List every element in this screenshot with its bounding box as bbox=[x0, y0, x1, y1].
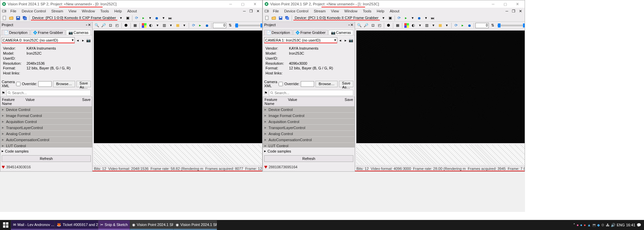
tray-time[interactable]: 16:41 bbox=[626, 223, 635, 227]
taskbar-snip[interactable]: ✂Snip & Sketch bbox=[98, 220, 130, 230]
range-slider[interactable] bbox=[497, 25, 525, 26]
panel-float-icon[interactable]: ▫ bbox=[86, 23, 87, 27]
device-dropdown-icon[interactable]: ▾ bbox=[118, 15, 124, 21]
browse-button[interactable]: Browse… bbox=[315, 81, 338, 87]
code-samples-expander[interactable]: ▸Code samples bbox=[0, 148, 92, 155]
feature-row[interactable]: ▸TransportLayerControl bbox=[1, 125, 92, 131]
feature-row[interactable]: ▸Device Control bbox=[1, 107, 92, 113]
open-icon[interactable] bbox=[271, 15, 277, 21]
refresh-button[interactable]: Refresh bbox=[2, 155, 91, 162]
range-lo-input[interactable] bbox=[213, 23, 226, 28]
next-camera-button[interactable]: ▸ bbox=[343, 38, 348, 43]
menu-file[interactable]: File bbox=[270, 9, 282, 13]
zoom-in-icon[interactable]: 🔍 bbox=[356, 22, 362, 28]
feature-list[interactable]: ▸Device Control ▸Image Format Control ▸A… bbox=[263, 107, 355, 148]
close-button[interactable]: ✕ bbox=[249, 1, 261, 7]
camera-ctrl-icon[interactable]: ▣ bbox=[125, 15, 131, 21]
record-dd-icon[interactable]: ▾ bbox=[161, 15, 167, 21]
titlebar[interactable]: Vision Point 2024.1 SP 2, Project: <New … bbox=[263, 0, 525, 8]
tab-frame-grabber[interactable]: 💠Frame Grabber bbox=[293, 30, 328, 35]
tray-icon[interactable]: ● bbox=[584, 223, 586, 227]
taskbar-mail[interactable]: ✉Mail - Lev Andronov ... bbox=[11, 220, 54, 230]
play2-icon[interactable]: ▸ bbox=[460, 22, 466, 28]
menu-view[interactable]: View bbox=[66, 9, 79, 13]
device-dropdown-icon[interactable]: ▾ bbox=[380, 15, 387, 21]
camera-select[interactable]: CAMERA 1: Iron253C (no userID)▾ bbox=[264, 37, 337, 43]
zoom-fit-icon[interactable]: ⊡ bbox=[370, 22, 376, 28]
tray-icon[interactable]: ● bbox=[577, 223, 579, 227]
code-samples-expander[interactable]: ▸Code samples bbox=[263, 148, 355, 155]
saveas-button[interactable]: Save As… bbox=[76, 81, 91, 87]
grid2-icon[interactable]: ▦ bbox=[175, 22, 181, 28]
grid2-icon[interactable]: ▦ bbox=[437, 22, 443, 28]
menu-device-control[interactable]: Device Control bbox=[19, 9, 49, 13]
maximize-button[interactable]: ▢ bbox=[237, 1, 249, 7]
connect-icon[interactable]: ⟳ bbox=[190, 22, 196, 28]
override-checkbox[interactable] bbox=[16, 82, 20, 86]
prev-camera-button[interactable]: ◂ bbox=[75, 38, 80, 43]
new-icon[interactable] bbox=[2, 15, 8, 21]
feature-row[interactable]: ▸Acquisition Control bbox=[1, 119, 92, 125]
camera-action-icon[interactable]: 📷 bbox=[86, 38, 91, 43]
start-button[interactable] bbox=[1, 222, 11, 228]
titlebar[interactable]: Vision Point 2024.1 SP 2, Project: <New … bbox=[0, 0, 262, 8]
feature-row[interactable]: ▸Image Format Control bbox=[263, 113, 354, 119]
maximize-button[interactable]: ▢ bbox=[499, 1, 511, 7]
menu-file[interactable]: File bbox=[8, 9, 19, 13]
play2-icon[interactable]: ▸ bbox=[197, 22, 203, 28]
panel-float-icon[interactable]: ▫ bbox=[348, 23, 350, 27]
image-display[interactable] bbox=[356, 31, 525, 143]
menu-help[interactable]: Help bbox=[112, 9, 125, 13]
filter-icon[interactable]: ⚑ bbox=[264, 91, 268, 95]
menu-help[interactable]: Help bbox=[374, 9, 387, 13]
override-checkbox[interactable] bbox=[279, 82, 283, 86]
feature-row[interactable]: ▸AutoCompensationControl bbox=[1, 137, 92, 143]
search-input[interactable] bbox=[6, 90, 91, 96]
colormap-icon[interactable] bbox=[404, 22, 410, 28]
mdi-min-icon[interactable]: ─ bbox=[241, 8, 247, 14]
contrast-icon[interactable]: ◐ bbox=[410, 22, 416, 28]
filter-icon[interactable]: ⚑ bbox=[2, 91, 5, 95]
colormap-icon[interactable] bbox=[141, 22, 147, 28]
image-display[interactable] bbox=[94, 31, 262, 143]
feature-row[interactable]: ▸Analog Control bbox=[263, 131, 354, 137]
menu-stream[interactable]: Stream bbox=[311, 9, 328, 13]
feature-row[interactable]: ▸AutoCompensationControl bbox=[263, 137, 354, 143]
taskbar-vp2[interactable]: ◉Vision Point 2024.1 SP... bbox=[173, 220, 217, 230]
mdi-restore-icon[interactable]: ❐ bbox=[511, 8, 517, 14]
menu-about[interactable]: About bbox=[387, 9, 402, 13]
zoom-100-icon[interactable]: ◰ bbox=[114, 22, 120, 28]
system-tray[interactable]: ˄ ● ● ● ▲ ⬒ ◆ ⚙ 🖧 🔊 ENG 16:41 💬 bbox=[571, 223, 643, 227]
xml-path-input[interactable] bbox=[301, 81, 314, 87]
feature-row[interactable]: ▸Analog Control bbox=[1, 131, 92, 137]
refresh-button[interactable]: Refresh bbox=[264, 155, 353, 162]
taskbar-vp1[interactable]: ◉Vision Point 2024.1 SP... bbox=[130, 220, 173, 230]
tray-icon[interactable]: ▲ bbox=[587, 223, 591, 227]
zoom-out-icon[interactable]: 🔎 bbox=[363, 22, 369, 28]
hex-icon[interactable]: ⬢ bbox=[123, 22, 129, 28]
record-icon[interactable]: ⏺ bbox=[154, 15, 160, 21]
refresh-icon[interactable]: ⟳ bbox=[396, 15, 402, 21]
feature-list[interactable]: ▸Device Control ▸Image Format Control ▸A… bbox=[0, 107, 92, 148]
menu-device-control[interactable]: Device Control bbox=[282, 9, 311, 13]
browse-button[interactable]: Browse… bbox=[53, 81, 75, 87]
mask-icon[interactable]: ▥ bbox=[424, 22, 430, 28]
refresh-icon[interactable]: ⟳ bbox=[134, 15, 140, 21]
menu-stream[interactable]: Stream bbox=[49, 9, 66, 13]
menu-view[interactable]: View bbox=[328, 9, 342, 13]
grid-icon[interactable]: ▦ bbox=[395, 22, 401, 28]
record-dd-icon[interactable]: ▾ bbox=[423, 15, 429, 21]
feature-row[interactable]: ▸TransportLayerControl bbox=[263, 125, 354, 131]
xml-path-input[interactable] bbox=[38, 81, 52, 87]
save-icon[interactable] bbox=[278, 15, 284, 21]
tray-icon[interactable]: ◆ bbox=[597, 223, 600, 227]
next-camera-button[interactable]: ▸ bbox=[81, 38, 85, 43]
record-icon[interactable]: ⏺ bbox=[416, 15, 422, 21]
adv-record-icon[interactable]: ⏭ bbox=[430, 15, 436, 21]
feature-row[interactable]: ▸Device Control bbox=[263, 107, 354, 113]
play-dd-icon[interactable]: ▾ bbox=[410, 15, 416, 21]
tab-cameras[interactable]: 📷Cameras bbox=[66, 30, 91, 35]
hex-icon[interactable]: ⬢ bbox=[386, 22, 392, 28]
camera-action-icon[interactable]: 📷 bbox=[349, 38, 353, 43]
mask-icon[interactable]: ▥ bbox=[161, 22, 167, 28]
